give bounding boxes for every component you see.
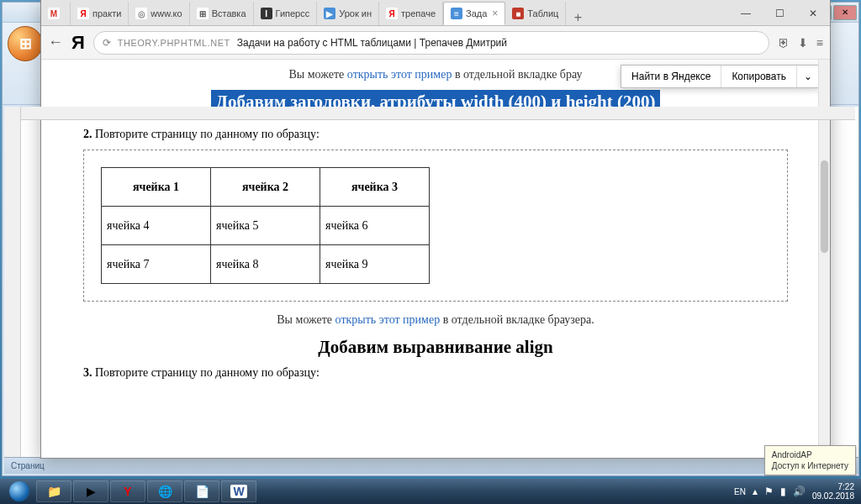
back-button[interactable]: ←: [48, 34, 63, 51]
taskbar: 📁 ▶ Y 🌐 📄 W EN ▴ ⚑ ▮ 🔊 7:22 09.02.2018: [0, 479, 861, 504]
tab-close-icon[interactable]: ×: [492, 8, 498, 19]
tab-label: трепаче: [401, 8, 436, 18]
ctx-copy[interactable]: Копировать: [721, 66, 797, 87]
table-cell: ячейка 7: [102, 245, 211, 284]
system-tray: EN ▴ ⚑ ▮ 🔊 7:22 09.02.2018: [734, 482, 858, 501]
browser-tab-0[interactable]: M: [41, 2, 71, 25]
example-table: ячейка 1ячейка 2ячейка 3 ячейка 4ячейка …: [101, 167, 430, 284]
tray-lang[interactable]: EN: [734, 487, 746, 496]
outro-text: Вы можете открыть этот пример в отдельно…: [83, 313, 788, 327]
tab-label: практи: [92, 8, 121, 18]
address-bar[interactable]: ⟳ theory.phphtml.net Задачи на работу с …: [93, 31, 769, 55]
table-cell: ячейка 9: [320, 245, 430, 284]
new-tab-button[interactable]: +: [566, 10, 589, 25]
tray-chevron-icon[interactable]: ▴: [753, 486, 758, 497]
table-cell: ячейка 4: [102, 207, 211, 245]
table-cell: ячейка 8: [211, 245, 320, 284]
tab-favicon: Я: [386, 8, 398, 19]
tray-network-icon[interactable]: ▮: [780, 486, 786, 497]
task-word[interactable]: W: [221, 480, 256, 502]
desktop-background: — ❐ ✕ ⊞ Встави Буфер о Страниц MЯпракти◎…: [0, 0, 861, 479]
section-heading-align: Добавим выравнивание align: [83, 337, 788, 358]
word-ruler-horizontal[interactable]: [21, 107, 855, 120]
browser-tab-8[interactable]: ■Таблиц: [505, 2, 566, 25]
status-pages: Страниц: [11, 461, 45, 470]
context-menu: Найти в Яндексе Копировать ⌄: [621, 65, 820, 88]
open-example-link[interactable]: открыть этот пример: [347, 68, 452, 81]
task-2-text: 2. Повторите страницу по данному по обра…: [83, 128, 788, 141]
download-icon[interactable]: ⬇: [798, 36, 808, 50]
tab-favicon: ▶: [324, 8, 335, 19]
tray-volume-icon[interactable]: 🔊: [793, 486, 806, 497]
tab-label: www.ко: [151, 8, 182, 18]
task-3-text: 3. Повторите страницу по данному по обра…: [83, 366, 788, 380]
tab-favicon: I: [261, 8, 272, 19]
ctx-search-yandex[interactable]: Найти в Яндексе: [621, 66, 721, 87]
browser-tab-5[interactable]: ▶Урок ин: [317, 2, 379, 25]
tab-label: Зада: [466, 8, 487, 18]
menu-icon[interactable]: ≡: [816, 36, 823, 50]
tab-label: Вставка: [212, 8, 246, 18]
tab-label: Урок ин: [339, 8, 372, 18]
browser-close-button[interactable]: ✕: [796, 2, 830, 25]
tab-favicon: ≡: [451, 8, 462, 19]
browser-tab-2[interactable]: ◎www.ко: [129, 2, 189, 25]
table-header-cell: ячейка 1: [102, 168, 211, 207]
start-button[interactable]: [3, 480, 35, 502]
table-cell: ячейка 6: [320, 207, 430, 245]
tab-favicon: ◎: [135, 8, 147, 19]
table-header-cell: ячейка 2: [211, 168, 320, 207]
url-title: Задачи на работу с HTML таблицами | Треп…: [237, 37, 507, 49]
browser-tab-7[interactable]: ≡Зада×: [443, 2, 505, 25]
browser-minimize-button[interactable]: —: [729, 2, 763, 25]
ctx-more[interactable]: ⌄: [797, 66, 819, 87]
browser-window: MЯпракти◎www.ко⊞ВставкаIГиперсс▶Урок инЯ…: [40, 0, 831, 459]
word-close-button[interactable]: ✕: [833, 5, 857, 20]
tab-favicon: ⊞: [197, 8, 209, 19]
example-box: ячейка 1ячейка 2ячейка 3 ячейка 4ячейка …: [83, 150, 788, 302]
tab-favicon: ■: [512, 8, 524, 19]
task-mediaplayer[interactable]: ▶: [73, 480, 108, 502]
yandex-logo[interactable]: Я: [71, 32, 85, 54]
refresh-icon[interactable]: ⟳: [103, 37, 111, 49]
open-example-link-2[interactable]: открыть этот пример: [335, 313, 441, 326]
browser-maximize-button[interactable]: ☐: [763, 2, 796, 25]
task-explorer[interactable]: 📁: [36, 480, 71, 502]
task-chrome[interactable]: 🌐: [147, 480, 182, 502]
tab-favicon: M: [48, 8, 60, 19]
shield-icon[interactable]: ⛨: [778, 36, 790, 50]
browser-tabstrip: MЯпракти◎www.ко⊞ВставкаIГиперсс▶Урок инЯ…: [41, 0, 830, 26]
office-button[interactable]: ⊞: [8, 26, 43, 61]
tray-clock[interactable]: 7:22 09.02.2018: [812, 482, 858, 501]
tray-flag-icon[interactable]: ⚑: [764, 486, 774, 497]
network-tooltip: AndroidAP Доступ к Интернету: [764, 445, 856, 475]
word-ruler-vertical[interactable]: [4, 107, 21, 459]
task-yandex[interactable]: Y: [110, 480, 145, 502]
browser-tab-3[interactable]: ⊞Вставка: [190, 2, 254, 25]
tab-favicon: Я: [77, 8, 89, 19]
browser-tab-6[interactable]: Ятрепаче: [379, 2, 443, 25]
url-host: theory.phphtml.net: [118, 38, 230, 48]
scroll-thumb[interactable]: [821, 160, 828, 253]
word-statusbar: Страниц: [4, 457, 858, 474]
task-app[interactable]: 📄: [184, 480, 219, 502]
browser-toolbar: ← Я ⟳ theory.phphtml.net Задачи на работ…: [41, 26, 830, 60]
table-cell: ячейка 5: [211, 207, 320, 245]
browser-tab-4[interactable]: IГиперсс: [254, 2, 318, 25]
tab-label: Таблиц: [527, 8, 558, 18]
browser-tab-1[interactable]: Япракти: [71, 2, 129, 25]
table-header-cell: ячейка 3: [320, 168, 430, 207]
tab-label: Гиперсс: [276, 8, 310, 18]
